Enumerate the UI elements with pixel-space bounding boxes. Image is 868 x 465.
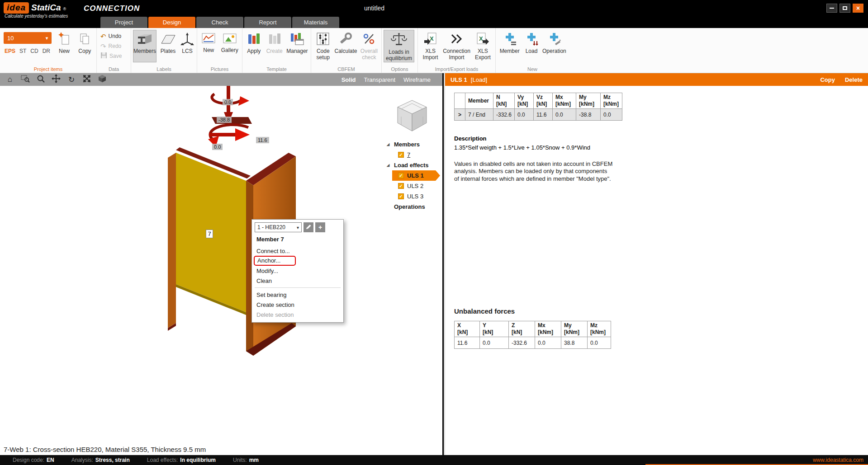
undo-button[interactable]: ↶ Undo: [99, 32, 129, 41]
type-cd[interactable]: CD: [30, 48, 38, 54]
render-mode-wireframe[interactable]: Wireframe: [403, 76, 431, 83]
uls-3-checkbox[interactable]: ✓: [398, 193, 404, 199]
new-member-button[interactable]: Member: [498, 30, 522, 62]
cell-my[interactable]: -38.8: [576, 109, 601, 121]
close-button[interactable]: ×: [853, 4, 863, 13]
save-button[interactable]: Save: [99, 52, 129, 61]
add-section-button[interactable]: +: [315, 222, 325, 232]
tab-report[interactable]: Report: [244, 17, 291, 28]
cross-section-dropdown[interactable]: 1 - HEB220 ▾: [255, 222, 302, 232]
viewport-3d[interactable]: 0.0 -38.8 0.0 11.6 7 ⌂ ↻ Solid Transpare…: [0, 73, 442, 455]
minimize-button[interactable]: [826, 4, 837, 13]
load-case-type: [Load]: [471, 76, 487, 83]
copy-icon: [78, 32, 91, 47]
cube-icon: [98, 74, 107, 85]
render-mode-switch: Solid Transparent Wireframe: [342, 76, 438, 83]
zoom-button[interactable]: [35, 75, 46, 85]
connection-import-button[interactable]: Connection Import: [442, 30, 471, 62]
menu-separator: [255, 287, 341, 288]
abacus-icon: [316, 32, 330, 47]
type-dr[interactable]: DR: [43, 48, 50, 54]
picture-gallery-button[interactable]: Gallery: [219, 30, 240, 62]
labels-plates-button[interactable]: Plates: [157, 30, 179, 62]
lcs-axes-icon: [180, 32, 194, 47]
edit-section-button[interactable]: [304, 222, 313, 232]
menu-item-connect-to[interactable]: Connect to...: [252, 246, 343, 256]
row-expander[interactable]: >: [455, 109, 465, 121]
cell-mx: 0.0: [535, 337, 561, 349]
tree-uls-3[interactable]: ✓ ULS 3: [383, 191, 442, 202]
labels-lcs-button[interactable]: LCS: [180, 30, 195, 62]
tab-project[interactable]: Project: [100, 17, 147, 28]
overall-check-button[interactable]: Overall check: [359, 30, 379, 62]
type-eps[interactable]: EPS: [5, 48, 15, 54]
uls-2-checkbox[interactable]: ✓: [398, 183, 404, 189]
menu-item-modify[interactable]: Modify...: [252, 266, 343, 276]
xls-import-button[interactable]: X XLS Import: [420, 30, 441, 62]
new-operation-button[interactable]: Operation: [541, 30, 567, 62]
tree-member-7[interactable]: ✓ 7: [383, 150, 442, 160]
anchor-highlight-box[interactable]: Anchor...: [254, 256, 296, 266]
labels-members-button[interactable]: Members: [133, 30, 157, 62]
member-7-checkbox[interactable]: ✓: [398, 152, 404, 158]
calculate-button[interactable]: Calculate: [334, 30, 357, 62]
tree-uls-1[interactable]: ✓ ULS 1: [392, 170, 440, 181]
rotate-button[interactable]: ↻: [66, 75, 77, 85]
magnifier-icon: [37, 75, 45, 85]
template-apply-button[interactable]: Apply: [244, 30, 263, 62]
navigation-cube[interactable]: [394, 99, 430, 135]
website-link[interactable]: www.ideastatica.com: [813, 457, 868, 463]
maximize-button[interactable]: [840, 4, 850, 13]
code-setup-button[interactable]: Code setup: [313, 30, 333, 62]
view-cube-button[interactable]: [97, 75, 108, 85]
tree-uls-2[interactable]: ✓ ULS 2: [383, 181, 442, 191]
loads-in-equilibrium-button[interactable]: Loads in equilibrium: [384, 30, 414, 62]
copy-project-item-button[interactable]: Copy: [75, 30, 95, 62]
column-header-mz: Mz[kNm]: [588, 321, 611, 337]
home-view-button[interactable]: ⌂: [5, 75, 15, 85]
member-number-tag[interactable]: 7: [206, 230, 213, 238]
menu-item-clean[interactable]: Clean: [252, 276, 343, 286]
cell-mx[interactable]: 0.0: [553, 109, 576, 121]
tab-check[interactable]: Check: [196, 17, 243, 28]
wrench-icon: [339, 32, 353, 47]
menu-item-create-section[interactable]: Create section: [252, 300, 343, 310]
ribbon-group-cbfem: Code setup Calculate Overall check CBFEM: [311, 28, 382, 73]
new-project-item-button[interactable]: New: [54, 30, 74, 62]
menu-item-anchor[interactable]: Anchor...: [252, 256, 343, 266]
cell-mz[interactable]: 0.0: [601, 109, 622, 121]
redo-button[interactable]: ↷ Redo: [99, 42, 129, 51]
xls-export-button[interactable]: X XLS Export: [472, 30, 493, 62]
tab-materials[interactable]: Materials: [292, 17, 339, 28]
app-name: CONNECTION: [84, 4, 140, 13]
render-mode-solid[interactable]: Solid: [342, 76, 356, 83]
column-header-my: My[kNm]: [561, 321, 588, 337]
tree-load-effects-header[interactable]: ◢ Load effects: [383, 160, 442, 170]
left-flange[interactable]: [168, 153, 176, 328]
project-item-selector[interactable]: 10 ▾: [4, 32, 52, 44]
template-create-button[interactable]: Create: [264, 30, 284, 62]
save-icon: [100, 52, 107, 60]
render-mode-transparent[interactable]: Transparent: [364, 76, 395, 83]
load-row[interactable]: > 7 / End -332.6 0.0 11.6 0.0 -38.8 0.0: [455, 109, 622, 121]
cell-vz[interactable]: 11.6: [534, 109, 553, 121]
new-load-button[interactable]: Load: [522, 30, 540, 62]
picture-new-button[interactable]: New: [199, 30, 218, 62]
zoom-fit-button[interactable]: [81, 75, 92, 85]
tab-design[interactable]: Design: [148, 17, 195, 28]
type-st[interactable]: ST: [19, 48, 26, 54]
tree-operations-header[interactable]: ◢ Operations: [383, 202, 442, 212]
copy-load-button[interactable]: Copy: [820, 76, 835, 83]
pan-button[interactable]: [51, 75, 62, 85]
cell-vy[interactable]: 0.0: [515, 109, 534, 121]
cell-member[interactable]: 7 / End: [465, 109, 493, 121]
tree-members-header[interactable]: ◢ Members: [383, 139, 442, 150]
template-manager-button[interactable]: Manager: [285, 30, 309, 62]
menu-item-set-bearing[interactable]: Set bearing: [252, 290, 343, 300]
delete-load-button[interactable]: Delete: [845, 76, 863, 83]
load-effects-table: Member N[kN] Vy[kN] Vz[kN] Mx[kNm] My[kN…: [454, 93, 622, 121]
zoom-window-button[interactable]: [20, 75, 31, 85]
cell-n[interactable]: -332.6: [493, 109, 515, 121]
uls-1-checkbox[interactable]: ✓: [398, 173, 404, 178]
create-template-icon: [268, 32, 281, 47]
